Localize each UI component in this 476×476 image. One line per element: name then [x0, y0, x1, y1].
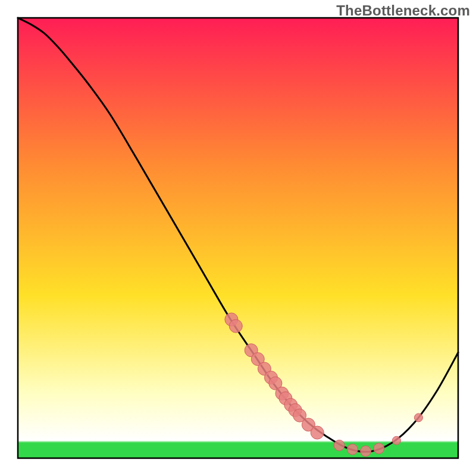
curve-marker: [392, 436, 400, 444]
plot-area: [18, 18, 458, 458]
curve-marker: [229, 320, 242, 333]
curve-marker: [374, 443, 384, 454]
curve-marker: [311, 426, 324, 439]
chart-stage: TheBottleneck.com: [0, 0, 476, 476]
curve-marker: [414, 414, 422, 422]
curve-marker: [334, 440, 345, 451]
gradient-background: [18, 18, 458, 458]
curve-marker: [361, 446, 371, 456]
watermark-label: TheBottleneck.com: [336, 2, 470, 19]
curve-marker: [347, 444, 358, 455]
bottleneck-chart: [0, 0, 476, 476]
